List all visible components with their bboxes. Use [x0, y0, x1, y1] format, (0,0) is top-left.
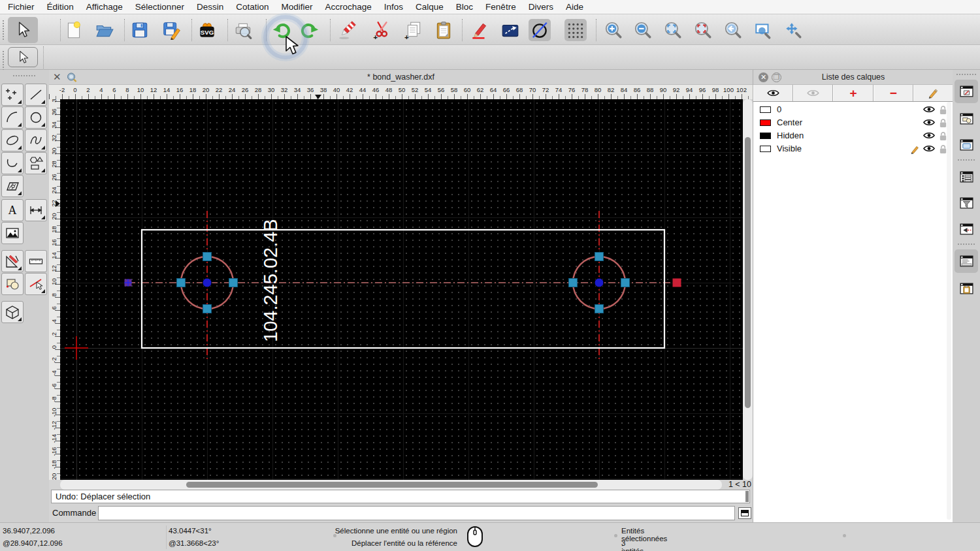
layer-list-scrollbar[interactable] [947, 102, 951, 520]
zoom-in-button[interactable] [602, 19, 625, 41]
horizontal-scrollbar-thumb[interactable] [186, 482, 598, 488]
text-tool[interactable]: A [1, 199, 24, 221]
menu-fichier[interactable]: Fichier [8, 2, 35, 12]
select-tool-button[interactable] [8, 47, 38, 67]
washer-rectangle[interactable] [142, 230, 664, 348]
draw-order-button[interactable] [499, 19, 521, 41]
palette-grip[interactable] [13, 75, 35, 76]
measure-tool[interactable] [25, 250, 47, 272]
select-entity-tool[interactable] [25, 273, 47, 295]
block-list-dock-button[interactable] [955, 107, 978, 131]
polygon-tool[interactable] [25, 152, 47, 174]
paste-button[interactable] [433, 19, 455, 41]
menu-infos[interactable]: Infos [384, 2, 403, 12]
layer-visibility-eye-icon[interactable] [923, 131, 935, 140]
layer-row-hidden[interactable]: Hidden [753, 129, 953, 142]
history-scrollbar[interactable] [745, 491, 749, 502]
menu-bloc[interactable]: Bloc [456, 2, 473, 12]
pen-attributes-button[interactable] [468, 19, 491, 41]
cut-button[interactable]: + [370, 19, 393, 41]
layer-row-0[interactable]: 0 [753, 103, 953, 116]
zoom-out-button[interactable] [632, 19, 654, 41]
entity-list-dock-button[interactable] [955, 165, 978, 189]
layer-list-dock-button[interactable] [955, 80, 978, 103]
construction-mode-button[interactable] [529, 19, 551, 41]
layer-row-center[interactable]: Center [753, 116, 953, 129]
zoom-auto-button[interactable] [662, 19, 684, 41]
zoom-pan-button[interactable] [782, 19, 804, 41]
edit-layer-button[interactable] [913, 85, 953, 101]
select-button[interactable] [8, 17, 38, 43]
v-ruler-label: -10 [50, 408, 57, 417]
menu-dessin[interactable]: Dessin [197, 2, 223, 12]
center-handle-left[interactable] [203, 278, 212, 287]
toolbar-grip[interactable] [3, 20, 4, 40]
menu-edition[interactable]: Édition [47, 2, 74, 12]
center-handle-right[interactable] [595, 278, 604, 287]
undo-icon [271, 20, 292, 40]
undo-button[interactable] [270, 19, 293, 41]
horizontal-scrollbar[interactable] [60, 480, 722, 490]
remove-layer-button[interactable]: − [874, 85, 913, 101]
spline-tool[interactable] [25, 129, 47, 151]
command-widget-dock-button[interactable] [955, 249, 978, 273]
zoom-selected-button[interactable] [692, 19, 714, 41]
menu-cotation[interactable]: Cotation [236, 2, 269, 12]
arc-tool[interactable] [1, 106, 24, 129]
polyline-tool[interactable] [1, 152, 24, 174]
menu-aide[interactable]: Aide [566, 2, 583, 12]
save-button[interactable] [129, 19, 151, 41]
menu-modifier[interactable]: Modifier [281, 2, 312, 12]
menu-selectionner[interactable]: Sélectionner [135, 2, 184, 12]
toolbar-grip[interactable] [3, 51, 4, 71]
endpoint-handle-end[interactable] [673, 279, 681, 287]
menu-accrochage[interactable]: Accrochage [325, 2, 371, 12]
show-all-layers-button[interactable] [753, 85, 793, 101]
menu-calque[interactable]: Calque [416, 2, 444, 12]
grid-toggle-button[interactable] [564, 19, 587, 41]
pen-wizard-dock-button[interactable] [955, 217, 978, 241]
h-ruler-label: 74 [555, 86, 563, 93]
menu-affichage[interactable]: Affichage [86, 2, 123, 12]
drawing-svg: 104.245.02.4B [60, 99, 743, 480]
menu-divers[interactable]: Divers [529, 2, 553, 12]
menu-fenetre[interactable]: Fenêtre [485, 2, 516, 12]
part-number-label[interactable]: 104.245.02.4B [260, 219, 281, 342]
vertical-scrollbar[interactable] [743, 99, 753, 480]
layer-visibility-eye-icon[interactable] [923, 118, 935, 127]
clipboard-dock-button[interactable] [955, 277, 978, 300]
layer-visibility-eye-icon[interactable] [923, 105, 935, 114]
open-button[interactable] [93, 19, 116, 41]
delete-button[interactable] [336, 19, 358, 41]
circle-tool[interactable] [25, 106, 47, 129]
keyboard-toggle-button[interactable] [738, 507, 751, 519]
redo-button[interactable] [299, 19, 321, 41]
3d-box-tool[interactable] [1, 301, 24, 323]
block-tool[interactable] [1, 273, 24, 295]
layer-visibility-eye-icon[interactable] [923, 144, 935, 153]
modify-tool[interactable] [1, 250, 24, 272]
zoom-window-button[interactable] [752, 19, 774, 41]
dock-grip[interactable] [956, 74, 976, 75]
library-browser-dock-button[interactable] [955, 133, 978, 157]
vertical-scrollbar-thumb[interactable] [745, 137, 751, 408]
layer-row-visible[interactable]: Visible [753, 142, 953, 155]
filter-dock-button[interactable] [955, 191, 978, 215]
dimension-tool[interactable] [25, 199, 47, 221]
line-tool[interactable] [25, 84, 47, 106]
command-input[interactable] [98, 506, 735, 520]
ellipse-tool[interactable] [1, 129, 24, 151]
image-tool[interactable] [1, 222, 24, 244]
new-document-button[interactable] [63, 19, 85, 41]
zoom-previous-button[interactable] [722, 19, 744, 41]
points-tool[interactable] [1, 84, 24, 106]
export-svg-button[interactable]: SVG [196, 19, 218, 41]
hatch-tool[interactable] [1, 175, 24, 197]
endpoint-handle-start[interactable] [125, 279, 132, 287]
copy-button[interactable]: + [402, 19, 425, 41]
save-as-button[interactable] [160, 19, 182, 41]
hide-all-layers-button[interactable] [793, 85, 833, 101]
add-layer-button[interactable]: + [833, 85, 873, 101]
print-preview-button[interactable] [232, 19, 254, 41]
drawing-canvas[interactable]: 104.245.02.4B [60, 99, 743, 480]
